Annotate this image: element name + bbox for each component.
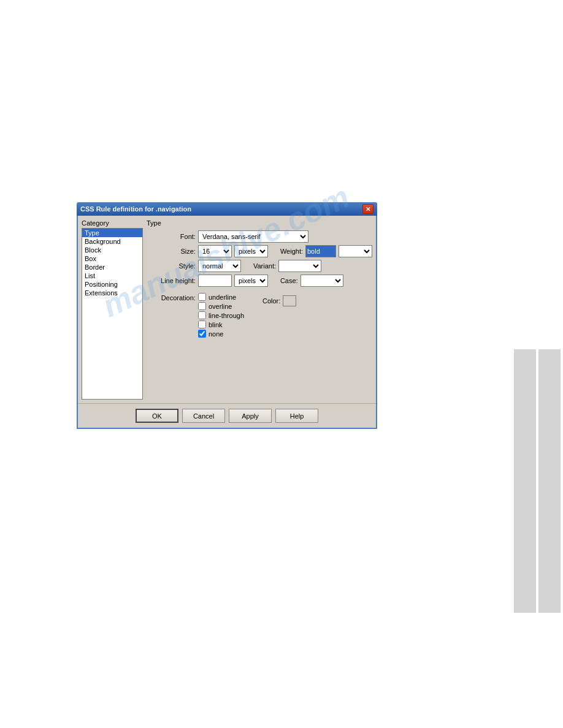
decoration-label: Decoration: <box>147 294 196 301</box>
decoration-linethrough-label: line-through <box>209 312 244 319</box>
sidebar-bar-left <box>514 349 536 613</box>
dialog-title-bar: CSS Rule definition for .navigation ✕ <box>77 202 377 216</box>
decoration-blink-label: blink <box>209 321 223 328</box>
style-variant-row: Style: normal Variant: <box>147 260 372 272</box>
apply-button[interactable]: Apply <box>229 409 272 423</box>
weight-group: Weight: <box>280 245 372 257</box>
category-item-list[interactable]: List <box>82 271 142 280</box>
category-item-type[interactable]: Type <box>82 229 142 237</box>
decoration-overline-row: overline <box>198 302 244 310</box>
style-select[interactable]: normal <box>198 260 241 272</box>
variant-select[interactable] <box>278 260 321 272</box>
type-panel: Type Font: Verdana, sans-serif Size: <box>147 219 372 400</box>
weight-input[interactable] <box>305 245 336 257</box>
category-item-background[interactable]: Background <box>82 237 142 246</box>
case-label: Case: <box>280 277 298 284</box>
category-list[interactable]: Type Background Block Box Border List Po… <box>82 228 143 400</box>
decoration-blink-checkbox[interactable] <box>198 320 206 328</box>
dialog-close-button[interactable]: ✕ <box>362 204 373 214</box>
style-label: Style: <box>147 262 196 270</box>
category-item-extensions[interactable]: Extensions <box>82 289 142 297</box>
sidebar-bar-right <box>538 349 561 613</box>
decoration-linethrough-row: line-through <box>198 311 244 319</box>
decoration-underline-label: underline <box>209 294 236 301</box>
decoration-underline-row: underline <box>198 293 244 301</box>
decoration-underline-checkbox[interactable] <box>198 293 206 301</box>
color-label: Color: <box>262 297 280 305</box>
weight-select[interactable] <box>339 245 372 257</box>
color-swatch[interactable] <box>283 295 296 306</box>
size-select[interactable]: 16 <box>198 245 232 257</box>
font-label: Font: <box>147 233 196 240</box>
cancel-button[interactable]: Cancel <box>182 409 225 423</box>
decoration-none-label: none <box>209 330 223 338</box>
category-heading: Category <box>82 219 143 227</box>
variant-label: Variant: <box>253 262 276 270</box>
size-weight-row: Size: 16 pixels Weight: <box>147 245 372 257</box>
css-rule-dialog: CSS Rule definition for .navigation ✕ Ca… <box>77 202 377 429</box>
dialog-body: Category Type Background Block Box Borde… <box>77 216 377 429</box>
decoration-linethrough-checkbox[interactable] <box>198 311 206 319</box>
category-panel: Category Type Background Block Box Borde… <box>82 219 143 400</box>
font-row: Font: Verdana, sans-serif <box>147 230 372 243</box>
decoration-blink-row: blink <box>198 320 244 328</box>
color-section: Color: <box>262 293 296 338</box>
type-form-grid: Font: Verdana, sans-serif Size: 16 <box>147 230 372 338</box>
category-item-block[interactable]: Block <box>82 246 142 254</box>
help-button[interactable]: Help <box>275 409 318 423</box>
type-heading: Type <box>147 219 372 227</box>
unit-select[interactable]: pixels <box>234 245 268 257</box>
category-item-border[interactable]: Border <box>82 263 142 271</box>
lineheight-case-row: Line height: pixels Case: <box>147 275 372 287</box>
decoration-overline-checkbox[interactable] <box>198 302 206 310</box>
line-height-unit-select[interactable]: pixels <box>234 275 268 287</box>
dialog-title: CSS Rule definition for .navigation <box>80 205 191 213</box>
decoration-none-row: none <box>198 330 244 338</box>
category-item-box[interactable]: Box <box>82 254 142 263</box>
dialog-content: Category Type Background Block Box Borde… <box>78 216 376 403</box>
decoration-section: Decoration: underline overline <box>147 293 244 338</box>
color-row: Color: <box>262 295 296 306</box>
font-select[interactable]: Verdana, sans-serif <box>198 230 308 243</box>
ok-button[interactable]: OK <box>136 409 178 423</box>
line-height-label: Line height: <box>147 277 196 284</box>
decoration-none-checkbox[interactable] <box>198 330 206 338</box>
line-height-input[interactable] <box>198 275 232 287</box>
category-item-positioning[interactable]: Positioning <box>82 280 142 289</box>
weight-label: Weight: <box>280 248 303 255</box>
variant-group: Variant: <box>253 260 321 272</box>
decoration-checkboxes: underline overline line-through <box>198 293 244 338</box>
right-sidebar <box>514 349 563 613</box>
case-group: Case: <box>280 275 343 287</box>
decoration-overline-label: overline <box>209 303 232 310</box>
case-select[interactable] <box>301 275 343 287</box>
size-label: Size: <box>147 248 196 255</box>
dialog-footer: OK Cancel Apply Help <box>78 403 376 428</box>
dialog-inner: Category Type Background Block Box Borde… <box>78 216 376 428</box>
